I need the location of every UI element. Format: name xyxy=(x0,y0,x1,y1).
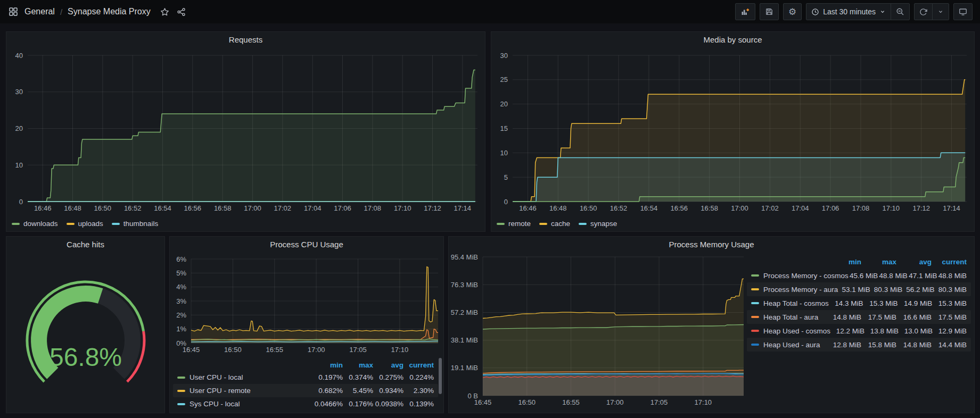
gauge-svg: 56.8% xyxy=(12,278,159,387)
svg-text:17:04: 17:04 xyxy=(792,204,809,212)
add-panel-icon xyxy=(740,7,750,16)
svg-text:16:50: 16:50 xyxy=(94,204,112,212)
panel-title[interactable]: Requests xyxy=(6,32,485,47)
column-header-avg[interactable]: avg xyxy=(896,258,932,266)
legend-label: cache xyxy=(551,220,570,228)
series-name: Heap Used - aura xyxy=(763,341,820,349)
refresh-button[interactable] xyxy=(914,3,933,20)
svg-text:2%: 2% xyxy=(176,311,186,319)
memory-chart[interactable]: 16:4516:5016:5517:0017:0517:100 B19.1 Mi… xyxy=(449,252,748,413)
svg-text:30: 30 xyxy=(500,52,508,60)
stat-avg: 14.8 MiB xyxy=(896,341,932,349)
svg-text:17:00: 17:00 xyxy=(731,204,748,212)
media-chart-svg: 16:4616:4816:5016:5216:5416:5616:5817:00… xyxy=(491,47,974,214)
series-name: Process Memory - cosmos xyxy=(763,272,849,280)
panel-media-by-source: Media by source 16:4616:4816:5016:5216:5… xyxy=(491,31,975,232)
series-line-User CPU - remote xyxy=(191,267,438,331)
column-header-current[interactable]: current xyxy=(932,258,967,266)
panel-process-memory-usage: Process Memory Usage 16:4516:5016:5517:0… xyxy=(448,236,975,413)
column-header-avg[interactable]: avg xyxy=(373,361,403,369)
legend-item-cache[interactable]: cache xyxy=(539,220,570,228)
stat-current: 80.3 MiB xyxy=(935,286,967,294)
media-by-source-chart[interactable]: 16:4616:4816:5016:5216:5416:5616:5817:00… xyxy=(491,47,974,214)
legend-swatch xyxy=(12,223,20,225)
legend-swatch xyxy=(67,223,75,225)
legend-table-row: Process Memory - aura53.1 MiB80.3 MiB56.… xyxy=(747,282,971,296)
time-range-picker[interactable]: Last 30 minutes xyxy=(806,3,891,20)
zoom-out-button[interactable] xyxy=(891,3,910,20)
column-header-max[interactable]: max xyxy=(861,258,896,266)
stat-min: 14.8 MiB xyxy=(826,313,861,321)
breadcrumb-section[interactable]: General xyxy=(24,7,55,16)
legend-swatch xyxy=(497,223,505,225)
series-swatch xyxy=(751,344,759,346)
column-header-current[interactable]: current xyxy=(403,361,434,369)
legend-item-synapse[interactable]: synapse xyxy=(579,220,617,228)
refresh-controls xyxy=(914,3,949,20)
legend-scrollbar[interactable] xyxy=(439,358,442,394)
series-label-User CPU - local[interactable]: User CPU - local xyxy=(177,373,312,381)
svg-text:16:48: 16:48 xyxy=(549,204,567,212)
legend-label: remote xyxy=(508,220,531,228)
legend-item-thumbnails[interactable]: thumbnails xyxy=(112,220,158,228)
panel-title[interactable]: Cache hits xyxy=(6,237,164,252)
stat-min: 0.197% xyxy=(312,373,343,381)
legend-item-uploads[interactable]: uploads xyxy=(67,220,103,228)
legend-table-row: Heap Used - cosmos12.2 MiB13.8 MiB13.0 M… xyxy=(747,324,971,338)
column-header-max[interactable]: max xyxy=(343,361,373,369)
series-label-Heap Used - cosmos[interactable]: Heap Used - cosmos xyxy=(751,327,830,335)
svg-text:17:10: 17:10 xyxy=(391,346,409,354)
series-label-Heap Total - aura[interactable]: Heap Total - aura xyxy=(751,313,826,321)
column-header-min[interactable]: min xyxy=(826,258,861,266)
svg-text:17:08: 17:08 xyxy=(852,204,870,212)
svg-text:16:58: 16:58 xyxy=(214,204,232,212)
svg-text:17:08: 17:08 xyxy=(364,204,382,212)
share-dashboard-button[interactable] xyxy=(176,6,187,18)
series-swatch xyxy=(751,302,759,304)
series-label-Heap Total - cosmos[interactable]: Heap Total - cosmos xyxy=(751,299,829,307)
panel-cache-hits: Cache hits 56.8% xyxy=(6,236,165,413)
stat-avg: 47.1 MiB xyxy=(908,272,937,280)
series-label-User CPU - remote[interactable]: User CPU - remote xyxy=(177,387,312,395)
memory-legend-table: minmaxavgcurrentProcess Memory - cosmos4… xyxy=(747,255,971,352)
svg-text:30: 30 xyxy=(15,88,23,96)
series-swatch xyxy=(177,403,185,405)
series-label-Heap Used - aura[interactable]: Heap Used - aura xyxy=(751,341,826,349)
apps-grid-icon[interactable] xyxy=(7,6,19,18)
series-label-Process Memory - aura[interactable]: Process Memory - aura xyxy=(751,286,838,294)
legend-item-downloads[interactable]: downloads xyxy=(12,220,58,228)
column-header-min[interactable]: min xyxy=(312,361,343,369)
panel-title[interactable]: Process CPU Usage xyxy=(170,237,443,252)
stat-min: 45.6 MiB xyxy=(849,272,878,280)
svg-text:17:00: 17:00 xyxy=(606,398,624,406)
gear-icon: ⚙ xyxy=(788,7,796,16)
dashboard-settings-button[interactable]: ⚙ xyxy=(783,3,802,20)
series-label-Sys CPU - local[interactable]: Sys CPU - local xyxy=(177,400,312,408)
svg-text:17:02: 17:02 xyxy=(761,204,779,212)
requests-chart[interactable]: 16:4616:4816:5016:5216:5416:5616:5817:00… xyxy=(6,47,485,214)
save-icon xyxy=(765,7,773,16)
legend-table-row: User CPU - local0.197%0.374%0.275%0.224% xyxy=(173,371,438,384)
legend-table-row: Heap Used - aura12.8 MiB15.8 MiB14.8 MiB… xyxy=(747,338,971,352)
save-dashboard-button[interactable] xyxy=(760,3,779,20)
breadcrumb-title[interactable]: Synapse Media Proxy xyxy=(68,7,151,16)
svg-text:17:14: 17:14 xyxy=(454,204,472,212)
panel-title[interactable]: Process Memory Usage xyxy=(449,237,974,252)
refresh-icon xyxy=(919,8,927,16)
svg-text:17:14: 17:14 xyxy=(943,204,960,212)
stat-avg: 0.0938% xyxy=(373,400,403,408)
legend-item-remote[interactable]: remote xyxy=(497,220,531,228)
monitor-icon xyxy=(959,7,967,16)
refresh-interval-dropdown[interactable] xyxy=(932,3,949,20)
svg-text:16:56: 16:56 xyxy=(184,204,202,212)
chevron-down-icon xyxy=(937,9,944,15)
add-panel-button[interactable] xyxy=(735,3,755,20)
series-label-Process Memory - cosmos[interactable]: Process Memory - cosmos xyxy=(751,272,849,280)
cpu-chart[interactable]: 16:4516:5016:5517:0017:0517:100%1%2%3%4%… xyxy=(170,252,443,359)
gauge-value-text: 56.8% xyxy=(49,343,121,371)
series-name: Sys CPU - local xyxy=(190,400,240,408)
star-dashboard-button[interactable] xyxy=(159,6,170,18)
cycle-view-mode-button[interactable] xyxy=(953,3,973,20)
panel-title[interactable]: Media by source xyxy=(491,32,974,47)
svg-text:17:06: 17:06 xyxy=(334,204,351,212)
